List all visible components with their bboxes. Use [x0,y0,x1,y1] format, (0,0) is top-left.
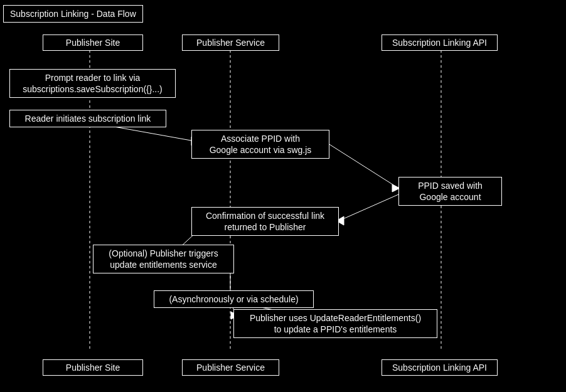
publisher-uses-box: Publisher uses UpdateReaderEntitlements(… [233,309,437,338]
footer-publisher-service: Publisher Service [182,359,279,376]
footer-publisher-site: Publisher Site [43,359,143,376]
ppid-saved-box: PPID saved with Google account [398,177,502,206]
header-publisher-site: Publisher Site [43,34,143,51]
optional-publisher-box: (Optional) Publisher triggersupdate enti… [93,245,234,273]
header-subscription-linking: Subscription Linking API [382,34,498,51]
prompt-box: Prompt reader to link viasubscriptions.s… [9,69,176,98]
header-publisher-service: Publisher Service [182,34,279,51]
svg-line-7 [339,194,398,221]
associate-ppid-box: Associate PPID withGoogle account via sw… [191,130,329,159]
asynchronously-box: (Asynchronously or via schedule) [154,290,314,308]
footer-subscription-linking: Subscription Linking API [382,359,498,376]
confirmation-box: Confirmation of successful linkreturned … [191,207,339,236]
reader-initiates-box: Reader initiates subscription link [9,110,166,127]
svg-line-5 [326,142,398,188]
diagram-container: Subscription Linking - Data Flow Publish… [0,0,566,392]
title-box: Subscription Linking - Data Flow [3,5,143,23]
